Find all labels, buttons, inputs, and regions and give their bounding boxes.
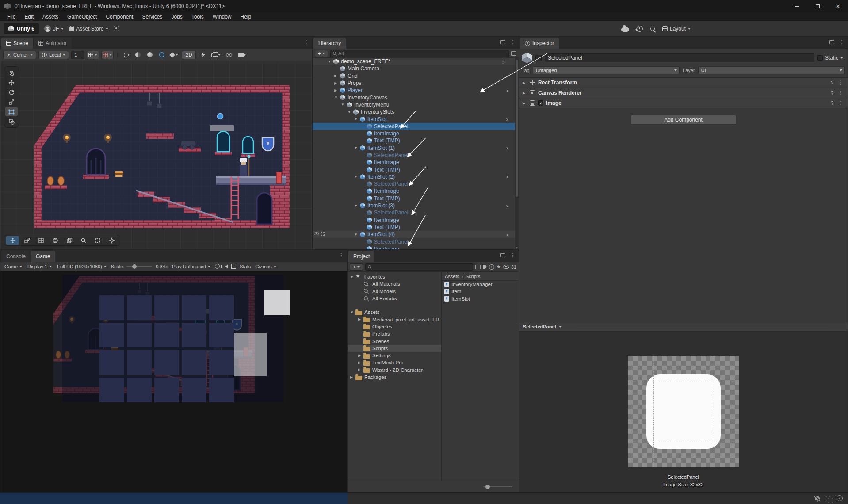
file-row[interactable]: ItemSlot — [442, 295, 519, 302]
hierarchy-row[interactable]: Text (TMP) › ⋮ — [313, 195, 515, 202]
preview-type-dropdown[interactable]: SelectedPanel — [523, 324, 562, 329]
expand-arrow-icon[interactable] — [328, 60, 333, 64]
tab-game-view[interactable]: Console — [1, 251, 31, 262]
tilemap-grid-button[interactable] — [34, 236, 48, 245]
expand-arrow-icon[interactable] — [334, 81, 340, 85]
dock-icon[interactable] — [829, 40, 834, 44]
project-tree-row[interactable]: Settings — [348, 352, 441, 359]
hierarchy-row[interactable]: ItemSlot › ⋮ — [313, 115, 515, 122]
gameobject-name-field[interactable]: SelectedPanel — [545, 53, 814, 62]
effects-dropdown-button[interactable] — [169, 51, 180, 59]
lighting-toggle-button[interactable] — [145, 51, 155, 59]
hierarchy-row[interactable]: SelectedPanel › ⋮ — [313, 238, 515, 245]
add-component-button[interactable]: Add Component — [631, 115, 736, 125]
layers-dropdown-button[interactable] — [210, 51, 222, 59]
move-tool-button[interactable] — [5, 78, 18, 87]
game-menu-kebab-icon[interactable]: ⋮ — [339, 253, 344, 257]
hierarchy-row[interactable]: ItemImage › ⋮ — [313, 217, 515, 224]
hierarchy-search-input[interactable]: All — [330, 50, 509, 57]
scrollbar-thumb[interactable] — [516, 60, 518, 197]
gameobject-icon[interactable] — [522, 53, 532, 63]
status-message-area[interactable] — [0, 493, 348, 504]
project-tree-row[interactable]: Assets — [348, 309, 441, 316]
component-kebab-icon[interactable]: ⋮ — [838, 81, 844, 85]
hierarchy-row[interactable]: ItemSlot (2) › ⋮ — [313, 173, 515, 180]
mute-audio-icon[interactable] — [225, 265, 228, 268]
grid-size-field[interactable]: 1 — [71, 51, 84, 59]
component-header[interactable]: Rect Transform ? ⋮ — [519, 78, 848, 88]
metrics-grid-icon[interactable] — [231, 264, 236, 269]
hierarchy-row[interactable]: InventoryCanvas › ⋮ — [313, 94, 515, 101]
prefab-chevron-icon[interactable]: › — [506, 203, 508, 209]
menu-item[interactable]: GameObject — [63, 14, 101, 20]
hierarchy-scrollbar[interactable]: ▼ — [515, 58, 519, 249]
foldout-arrow-icon[interactable] — [521, 101, 527, 105]
unity-version-badge[interactable]: Unity 6 — [4, 23, 39, 34]
hierarchy-row[interactable]: SelectedPanel › ⋮ — [313, 123, 515, 130]
component-header[interactable]: Canvas Renderer ? ⋮ — [519, 88, 848, 98]
file-row[interactable]: Item — [442, 288, 519, 295]
inspector-menu-kebab-icon[interactable]: ⋮ — [839, 40, 844, 44]
move-overlay-button[interactable] — [6, 236, 19, 245]
game-viewport[interactable] — [0, 271, 347, 492]
stats-button[interactable]: Stats — [240, 264, 251, 269]
eye-icon[interactable] — [314, 232, 319, 235]
project-tree-row[interactable]: All Materials — [348, 280, 441, 287]
scene-options-kebab-icon[interactable]: ⋮ — [500, 59, 505, 65]
layers-overlay-button[interactable] — [62, 236, 76, 245]
rotate-tool-button[interactable] — [5, 88, 18, 97]
expand-arrow-icon[interactable] — [354, 175, 360, 179]
handle-rotation-dropdown[interactable]: Local — [38, 51, 69, 59]
mode-2d-button[interactable]: 2D — [182, 51, 196, 59]
hierarchy-row[interactable]: ItemImage › ⋮ — [313, 130, 515, 137]
expand-arrow-icon[interactable] — [354, 233, 360, 237]
transform-tool-button[interactable] — [5, 117, 18, 126]
help-icon[interactable]: ? — [831, 80, 833, 85]
hierarchy-row[interactable]: Main Camera › ⋮ — [313, 65, 515, 72]
project-menu-kebab-icon[interactable]: ⋮ — [510, 253, 516, 257]
prefab-chevron-icon[interactable]: › — [506, 174, 508, 179]
breadcrumb-root[interactable]: Assets — [445, 274, 459, 279]
hierarchy-row[interactable]: SelectedPanel › ⋮ — [313, 209, 515, 216]
hierarchy-row[interactable]: ItemSlot (4) › ⋮ — [313, 231, 515, 238]
preview-drag-handle[interactable] — [577, 327, 828, 327]
dock-icon[interactable] — [500, 253, 505, 257]
scale-tool-button[interactable] — [5, 97, 18, 107]
expand-arrow-icon[interactable] — [348, 110, 353, 114]
expand-arrow-icon[interactable] — [350, 375, 355, 379]
resolution-dropdown[interactable]: Full HD (1920x1080) — [56, 264, 107, 269]
snap-settings-button[interactable] — [121, 51, 131, 59]
open-search-window-icon[interactable] — [475, 265, 481, 269]
expand-arrow-icon[interactable] — [334, 95, 340, 99]
hierarchy-row[interactable]: Text (TMP) › ⋮ — [313, 137, 515, 144]
box-select-button[interactable] — [91, 236, 104, 245]
grid-snap-button[interactable] — [101, 51, 114, 59]
create-asset-button[interactable]: + — [350, 263, 363, 271]
project-tree-row[interactable]: Scripts — [348, 345, 441, 352]
menu-item[interactable]: Help — [236, 14, 256, 20]
background-tasks-icon[interactable] — [826, 496, 830, 500]
scene-visibility-button[interactable] — [224, 51, 234, 59]
project-tree-row[interactable]: Wizard - 2D Character — [348, 367, 441, 374]
expand-arrow-icon[interactable] — [354, 146, 360, 150]
tab-hierarchy[interactable]: Hierarchy — [313, 38, 346, 49]
component-enabled-checkbox[interactable] — [538, 100, 543, 106]
minimize-button[interactable] — [787, 0, 807, 12]
expand-arrow-icon[interactable] — [354, 117, 360, 121]
hierarchy-row[interactable]: SelectedPanel › ⋮ — [313, 152, 515, 159]
hand-tool-button[interactable] — [5, 68, 18, 77]
hierarchy-row[interactable]: demo_scene_FREE* › ⋮ — [313, 58, 515, 65]
game-target-dropdown[interactable]: Game — [4, 264, 23, 269]
grid-visibility-button[interactable] — [87, 51, 99, 59]
menu-item[interactable]: Tools — [187, 14, 208, 20]
expand-arrow-icon[interactable] — [354, 204, 360, 208]
handle-position-dropdown[interactable]: Center — [3, 51, 36, 59]
foldout-arrow-icon[interactable] — [521, 81, 527, 85]
expand-arrow-icon[interactable] — [358, 368, 363, 372]
search-icon[interactable] — [650, 27, 655, 31]
expand-arrow-icon[interactable] — [334, 88, 340, 92]
debug-lightning-button[interactable] — [198, 51, 208, 59]
expand-arrow-icon[interactable] — [358, 361, 363, 365]
hierarchy-row[interactable]: ItemSlot (1) › ⋮ — [313, 145, 515, 152]
tab-project[interactable]: Project — [348, 251, 374, 262]
